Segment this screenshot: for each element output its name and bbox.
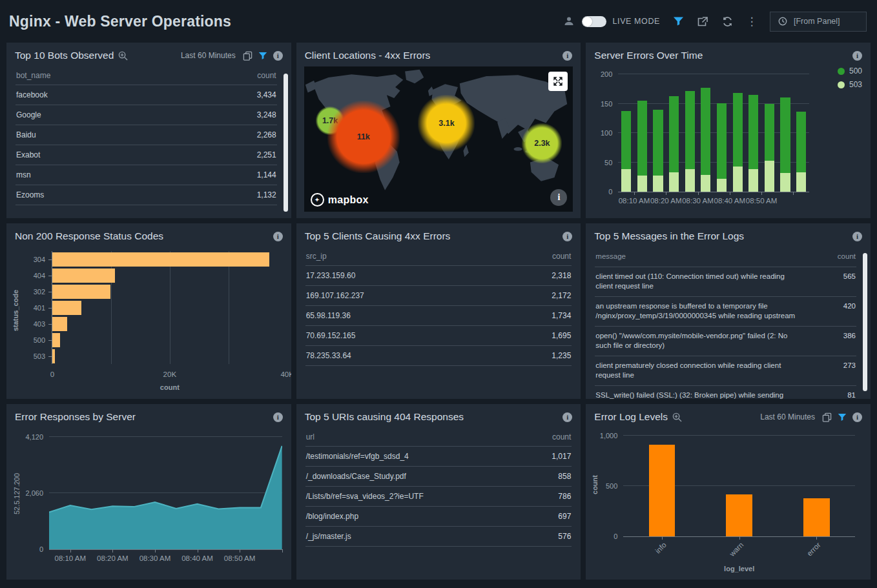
table-row[interactable]: msn1,144 (15, 165, 277, 185)
bar-info[interactable] (649, 445, 676, 536)
info-icon[interactable]: i (562, 232, 572, 241)
info-icon[interactable]: i (852, 412, 862, 422)
table-row[interactable]: 70.69.152.1651,695 (305, 326, 572, 346)
world-map[interactable]: 1.7k11k3.1k2.3k ✦ mapbox i (304, 66, 573, 212)
bar-segment-500[interactable] (765, 104, 774, 160)
mapbox-logo[interactable]: ✦ mapbox (311, 193, 369, 207)
info-icon[interactable]: i (562, 51, 572, 61)
stacked-bar[interactable] (765, 74, 774, 192)
info-icon[interactable]: i (852, 232, 862, 241)
table-row[interactable]: an upstream response is buffered to a te… (595, 297, 856, 327)
bar-401[interactable] (52, 301, 81, 315)
bar-segment-500[interactable] (669, 96, 679, 172)
column-header[interactable]: count (231, 71, 276, 80)
bar-segment-500[interactable] (748, 95, 758, 169)
info-icon[interactable]: i (273, 232, 283, 241)
bar-segment-503[interactable] (653, 176, 663, 192)
bar-segment-503[interactable] (621, 169, 631, 192)
bar-segment-503[interactable] (717, 179, 727, 192)
more-menu-icon[interactable]: ⋮ (745, 15, 758, 28)
bar-403[interactable] (52, 317, 67, 331)
bar-segment-503[interactable] (701, 175, 710, 192)
copy-icon[interactable] (243, 51, 253, 61)
table-row[interactable]: /_downloads/Case_Study.pdf858 (305, 467, 572, 487)
map-cluster-bubble[interactable]: 3.1k (418, 95, 475, 152)
stacked-bar[interactable] (733, 74, 743, 192)
bar-error[interactable] (803, 498, 830, 536)
bar-segment-503[interactable] (733, 167, 743, 192)
stacked-bar[interactable] (669, 74, 679, 192)
bar-segment-500[interactable] (796, 112, 806, 172)
table-row[interactable]: SSL_write() failed (SSL:) (32: Broken pi… (595, 386, 856, 399)
table-row[interactable]: client timed out (110: Connection timed … (595, 267, 856, 297)
bar-503[interactable] (52, 349, 55, 363)
table-row[interactable]: /Lists/b/ref=sva_videos_2?ie=UTF786 (305, 487, 572, 507)
fullscreen-expand-icon[interactable] (548, 72, 568, 91)
bar-segment-500[interactable] (717, 103, 727, 179)
column-header[interactable]: src_ip (306, 252, 526, 261)
bar-segment-503[interactable] (685, 169, 695, 192)
bar-segment-500[interactable] (685, 91, 695, 169)
stacked-bar[interactable] (621, 74, 631, 192)
time-range-selector[interactable]: [From Panel] (770, 12, 867, 32)
column-header[interactable]: message (595, 252, 810, 262)
bar-segment-500[interactable] (701, 88, 710, 175)
bar-segment-500[interactable] (621, 111, 631, 168)
table-row[interactable]: /_js/master.js576 (305, 527, 572, 547)
zoom-in-icon[interactable] (672, 412, 682, 422)
table-row[interactable]: Ezooms1,132 (15, 185, 277, 205)
refresh-icon[interactable] (721, 15, 734, 28)
info-icon[interactable]: i (273, 412, 283, 422)
info-icon[interactable]: i (273, 51, 283, 61)
stacked-bar[interactable] (748, 74, 758, 192)
copy-icon[interactable] (822, 412, 832, 422)
scrollbar[interactable] (863, 253, 867, 391)
stacked-bar[interactable] (780, 74, 790, 192)
map-cluster-bubble[interactable]: 2.3k (522, 123, 562, 163)
column-header[interactable]: url (306, 432, 526, 441)
bar-warn[interactable] (726, 494, 752, 536)
table-row[interactable]: facebook3,434 (15, 85, 277, 105)
bar-segment-500[interactable] (780, 97, 790, 172)
bar-500[interactable] (52, 333, 60, 347)
table-row[interactable]: client prematurely closed connection whi… (595, 356, 856, 386)
panel-filter-icon[interactable] (838, 413, 847, 421)
map-info-icon[interactable]: i (550, 189, 567, 206)
table-row[interactable]: Baidu2,268 (15, 125, 277, 145)
bar-segment-500[interactable] (637, 101, 647, 176)
bar-304[interactable] (52, 252, 269, 267)
table-row[interactable]: 65.98.119.361,734 (305, 306, 572, 326)
bar-segment-503[interactable] (748, 169, 758, 192)
map-cluster-bubble[interactable]: 11k (327, 101, 400, 173)
table-row[interactable]: Exabot2,251 (15, 145, 277, 165)
bar-segment-503[interactable] (796, 172, 806, 192)
stacked-bar[interactable] (637, 74, 647, 192)
zoom-in-icon[interactable] (118, 51, 128, 61)
column-header[interactable]: count (526, 432, 571, 441)
stacked-bar[interactable] (701, 74, 710, 192)
live-mode-toggle[interactable] (582, 16, 606, 27)
table-row[interactable]: Google3,248 (15, 105, 277, 125)
bar-segment-503[interactable] (765, 161, 774, 192)
export-icon[interactable] (696, 15, 709, 28)
table-row[interactable]: 17.233.159.602,318 (305, 266, 572, 286)
info-icon[interactable]: i (562, 412, 572, 422)
bar-404[interactable] (52, 269, 115, 283)
panel-filter-icon[interactable] (258, 52, 267, 60)
info-icon[interactable]: i (852, 51, 862, 61)
area-series[interactable] (49, 437, 282, 549)
bar-segment-503[interactable] (780, 173, 790, 192)
bar-segment-503[interactable] (669, 172, 679, 192)
bar-segment-503[interactable] (637, 176, 647, 192)
legend-item[interactable]: 503 (838, 80, 862, 89)
column-header[interactable]: bot_name (16, 71, 231, 80)
bar-segment-500[interactable] (733, 93, 743, 167)
bar-302[interactable] (52, 285, 110, 299)
stacked-bar[interactable] (796, 74, 806, 192)
bar-segment-500[interactable] (653, 110, 663, 176)
table-row[interactable]: open() "/www/com.mysite/mobile-vendor.pn… (595, 327, 856, 356)
stacked-bar[interactable] (653, 74, 663, 192)
table-row[interactable]: /testimonials/ref=vfgb_sdsd_41,017 (305, 447, 572, 467)
scrollbar[interactable] (284, 74, 288, 212)
stacked-bar[interactable] (717, 74, 727, 192)
